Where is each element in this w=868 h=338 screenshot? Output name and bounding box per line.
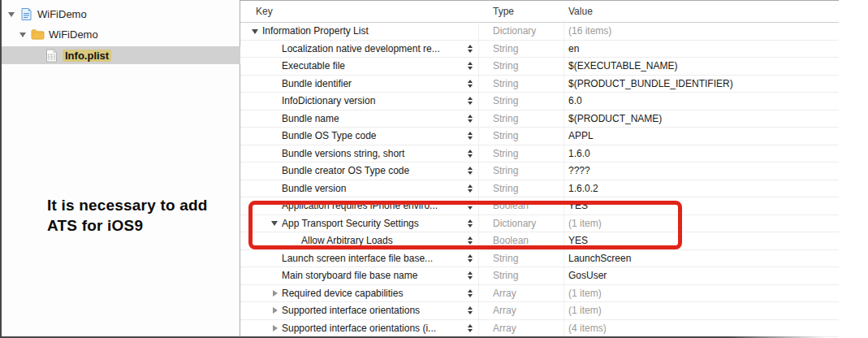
- value-stepper[interactable]: [468, 254, 473, 262]
- key-cell[interactable]: Bundle identifier: [240, 76, 479, 93]
- key-cell[interactable]: Allow Arbitrary Loads: [240, 232, 479, 249]
- type-cell[interactable]: String: [479, 267, 564, 284]
- table-row[interactable]: Bundle versions string, short String 1.6…: [240, 145, 839, 163]
- value-stepper[interactable]: [468, 306, 473, 314]
- type-cell[interactable]: String: [479, 180, 564, 197]
- key-cell[interactable]: Launch screen interface file base...: [240, 250, 479, 267]
- key-cell[interactable]: Supported interface orientations: [240, 302, 479, 319]
- value-cell[interactable]: GosUser: [564, 267, 839, 284]
- value-cell[interactable]: 1.6.0.2: [564, 180, 839, 197]
- type-cell[interactable]: String: [479, 128, 564, 145]
- key-cell[interactable]: Required device capabilities: [240, 285, 479, 302]
- type-cell[interactable]: String: [479, 93, 564, 110]
- sidebar-item-project[interactable]: WiFiDemo: [0, 6, 240, 23]
- type-cell[interactable]: Array: [479, 320, 564, 337]
- key-cell[interactable]: Bundle OS Type code: [240, 128, 479, 145]
- value-stepper[interactable]: [468, 45, 473, 53]
- value-cell[interactable]: 1.6.0: [564, 145, 839, 162]
- table-row[interactable]: App Transport Security Settings Dictiona…: [240, 215, 839, 233]
- value-cell[interactable]: ????: [564, 162, 839, 180]
- type-cell[interactable]: String: [479, 250, 564, 267]
- type-cell[interactable]: Boolean: [479, 197, 564, 214]
- value-cell[interactable]: $(PRODUCT_BUNDLE_IDENTIFIER): [564, 76, 839, 93]
- sidebar-item-group[interactable]: WiFiDemo: [0, 26, 240, 43]
- value-cell[interactable]: (16 items): [564, 23, 839, 40]
- key-cell[interactable]: Main storyboard file base name: [240, 267, 479, 284]
- table-row[interactable]: Supported interface orientations Array (…: [240, 302, 839, 320]
- value-stepper[interactable]: [468, 80, 473, 88]
- value-cell[interactable]: 6.0: [564, 93, 839, 110]
- key-cell[interactable]: Information Property List: [240, 23, 479, 40]
- disclosure-open-icon[interactable]: [17, 28, 28, 41]
- key-cell[interactable]: Bundle name: [240, 110, 479, 128]
- type-cell[interactable]: String: [479, 145, 564, 162]
- value-cell[interactable]: (1 item): [564, 215, 839, 232]
- value-stepper[interactable]: [468, 289, 473, 297]
- disclosure-open-icon[interactable]: [6, 8, 17, 20]
- key-cell[interactable]: Localization native development re...: [240, 41, 479, 58]
- table-row[interactable]: InfoDictionary version String 6.0: [240, 93, 839, 110]
- value-stepper[interactable]: [468, 167, 473, 175]
- table-row[interactable]: Allow Arbitrary Loads Boolean YES: [240, 232, 839, 250]
- value-cell[interactable]: LaunchScreen: [564, 250, 839, 267]
- type-cell[interactable]: String: [479, 162, 564, 180]
- value-stepper[interactable]: [468, 202, 473, 210]
- key-cell[interactable]: Executable file: [240, 58, 479, 75]
- key-cell[interactable]: Bundle version: [240, 180, 479, 197]
- value-stepper[interactable]: [468, 150, 473, 158]
- disclosure-triangle-icon[interactable]: [271, 307, 282, 314]
- value-stepper[interactable]: [468, 97, 473, 105]
- column-header-type[interactable]: Type: [479, 6, 564, 17]
- value-cell[interactable]: en: [564, 41, 839, 58]
- type-cell[interactable]: Boolean: [479, 232, 564, 249]
- table-row[interactable]: Main storyboard file base name String Go…: [240, 267, 839, 285]
- value-cell[interactable]: (4 items): [564, 320, 839, 337]
- type-cell[interactable]: Array: [479, 302, 564, 319]
- table-row[interactable]: Application requires iPhone enviro... Bo…: [240, 197, 839, 215]
- value-cell[interactable]: APPL: [564, 128, 839, 145]
- type-cell[interactable]: String: [479, 76, 564, 93]
- column-header-key[interactable]: Key: [240, 6, 479, 17]
- key-cell[interactable]: InfoDictionary version: [240, 93, 479, 110]
- table-row[interactable]: Bundle name String $(PRODUCT_NAME): [240, 110, 839, 128]
- value-stepper[interactable]: [468, 184, 473, 193]
- table-row[interactable]: Supported interface orientations (i... A…: [240, 320, 839, 338]
- table-row[interactable]: Executable file String $(EXECUTABLE_NAME…: [240, 58, 839, 76]
- value-cell[interactable]: (1 item): [564, 302, 839, 319]
- value-stepper[interactable]: [468, 219, 473, 228]
- type-cell[interactable]: Dictionary: [479, 23, 564, 40]
- key-cell[interactable]: Bundle creator OS Type code: [240, 162, 479, 180]
- table-row[interactable]: Launch screen interface file base... Str…: [240, 250, 839, 268]
- table-row[interactable]: Required device capabilities Array (1 it…: [240, 285, 839, 303]
- disclosure-triangle-icon[interactable]: [271, 325, 282, 332]
- value-cell[interactable]: YES: [564, 197, 839, 214]
- value-cell[interactable]: $(EXECUTABLE_NAME): [564, 58, 839, 75]
- table-row[interactable]: Bundle creator OS Type code String ????: [240, 162, 839, 180]
- column-header-value[interactable]: Value: [564, 6, 593, 17]
- table-row[interactable]: Bundle identifier String $(PRODUCT_BUNDL…: [240, 76, 839, 93]
- type-cell[interactable]: Array: [479, 285, 564, 302]
- sidebar-item-infoplist[interactable]: Info.plist: [0, 46, 240, 64]
- table-row[interactable]: Bundle version String 1.6.0.2: [240, 180, 839, 198]
- value-stepper[interactable]: [468, 132, 473, 140]
- value-cell[interactable]: YES: [564, 232, 839, 249]
- value-cell[interactable]: $(PRODUCT_NAME): [564, 110, 839, 128]
- value-stepper[interactable]: [468, 324, 473, 332]
- key-cell[interactable]: App Transport Security Settings: [240, 215, 479, 232]
- table-row[interactable]: Bundle OS Type code String APPL: [240, 128, 839, 145]
- type-cell[interactable]: Dictionary: [479, 215, 564, 232]
- table-row[interactable]: Information Property List Dictionary (16…: [240, 23, 839, 41]
- key-cell[interactable]: Application requires iPhone enviro...: [240, 197, 479, 214]
- type-cell[interactable]: String: [479, 41, 564, 58]
- type-cell[interactable]: String: [479, 58, 564, 75]
- value-stepper[interactable]: [468, 62, 473, 70]
- value-stepper[interactable]: [468, 115, 473, 123]
- value-cell[interactable]: (1 item): [564, 285, 839, 302]
- value-stepper[interactable]: [468, 271, 473, 280]
- table-row[interactable]: Localization native development re... St…: [240, 41, 839, 58]
- disclosure-triangle-icon[interactable]: [271, 217, 282, 229]
- type-cell[interactable]: String: [479, 110, 564, 128]
- disclosure-triangle-icon[interactable]: [271, 290, 282, 297]
- key-cell[interactable]: Bundle versions string, short: [240, 145, 479, 162]
- key-cell[interactable]: Supported interface orientations (i...: [240, 320, 479, 337]
